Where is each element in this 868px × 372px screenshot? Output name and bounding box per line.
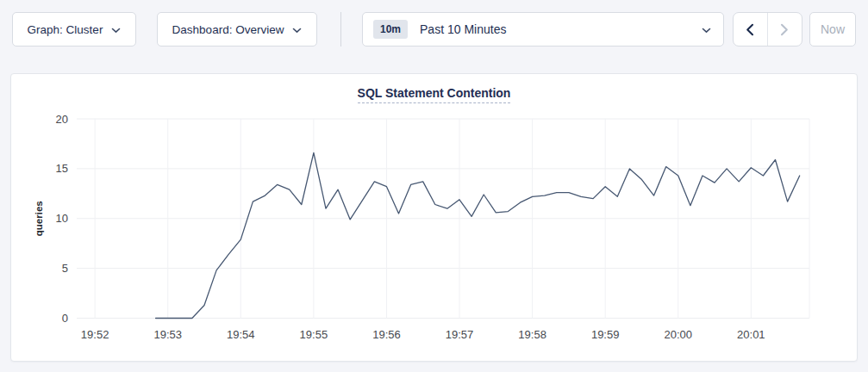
sql-contention-chart-plot[interactable]: 0510152019:5219:5319:5419:5519:5619:5719… — [11, 74, 857, 361]
svg-text:5: 5 — [62, 262, 68, 275]
toolbar-divider — [340, 12, 341, 46]
chart-title-row: SQL Statement Contention — [11, 85, 857, 103]
svg-text:19:58: 19:58 — [518, 328, 546, 341]
now-button-label: Now — [821, 22, 845, 36]
svg-text:20:01: 20:01 — [737, 328, 765, 341]
time-step-buttons — [733, 12, 802, 46]
chevron-down-icon — [702, 28, 711, 34]
svg-text:15: 15 — [56, 162, 68, 175]
graph-dropdown-label: Graph: Cluster — [28, 23, 103, 36]
time-range-dropdown[interactable]: 10m Past 10 Minutes — [362, 12, 724, 46]
time-window-badge: 10m — [373, 20, 408, 39]
svg-text:19:57: 19:57 — [446, 328, 474, 341]
svg-text:19:52: 19:52 — [81, 328, 109, 341]
chart-panel: 0510152019:5219:5319:5419:5519:5619:5719… — [10, 73, 858, 362]
graph-dropdown[interactable]: Graph: Cluster — [12, 12, 136, 46]
dashboard-dropdown[interactable]: Dashboard: Overview — [157, 12, 317, 46]
next-time-window-button[interactable] — [768, 13, 802, 46]
time-range-label: Past 10 Minutes — [420, 22, 702, 36]
svg-text:19:55: 19:55 — [300, 328, 328, 341]
chevron-left-icon — [746, 23, 754, 36]
line-chart-svg: 0510152019:5219:5319:5419:5519:5619:5719… — [11, 74, 859, 363]
svg-text:19:59: 19:59 — [591, 328, 620, 341]
svg-text:19:54: 19:54 — [227, 328, 255, 341]
chevron-right-icon — [780, 23, 789, 36]
svg-text:19:56: 19:56 — [372, 328, 401, 341]
previous-time-window-button[interactable] — [734, 13, 768, 46]
svg-text:20: 20 — [56, 113, 68, 126]
chevron-down-icon — [292, 28, 302, 34]
svg-text:20:00: 20:00 — [664, 328, 692, 341]
chart-title[interactable]: SQL Statement Contention — [358, 86, 511, 103]
dashboard-dropdown-label: Dashboard: Overview — [172, 23, 284, 36]
svg-text:10: 10 — [56, 212, 68, 225]
now-button[interactable]: Now — [809, 12, 856, 46]
toolbar: Graph: Cluster Dashboard: Overview 10m P… — [0, 0, 868, 60]
chevron-down-icon — [111, 28, 121, 34]
svg-text:0: 0 — [62, 312, 68, 325]
svg-text:queries: queries — [34, 201, 44, 236]
svg-text:19:53: 19:53 — [153, 328, 182, 341]
